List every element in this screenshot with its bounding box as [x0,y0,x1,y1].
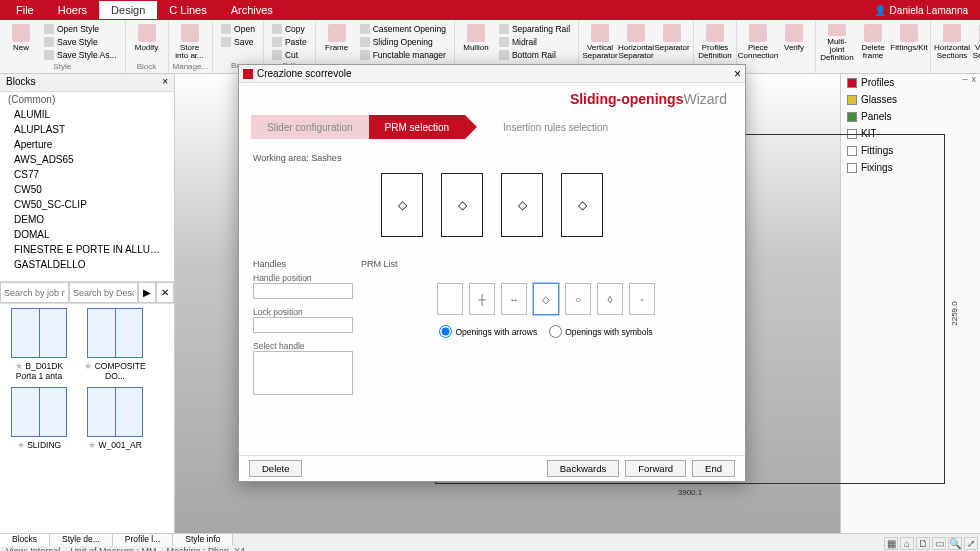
ribbon-hsep[interactable]: Horizontal Separator [619,22,653,62]
status-icon-4[interactable]: ▭ [932,537,946,550]
panel-close-icon[interactable]: x [972,74,977,86]
status-icon-6[interactable]: ⤢ [964,537,978,550]
ribbon-fittings-kit[interactable]: Fittings/Kit [892,22,926,62]
radio-symbols[interactable]: Openings with symbols [549,325,652,338]
status-icon-2[interactable]: ⌂ [900,537,914,550]
blocks-close-icon[interactable]: × [162,76,168,89]
ribbon-functable-manager[interactable]: Functable manager [356,48,450,61]
sash-1[interactable]: ◇ [381,173,423,237]
ribbon-save-style-as[interactable]: Save Style As... [40,48,121,61]
thumb-item[interactable]: ★ W_001_AR [80,387,150,450]
tab-blocks[interactable]: Blocks [0,534,50,546]
ribbon-store[interactable]: Store into ar... [173,22,207,62]
ribbon-copy[interactable]: Copy [268,22,311,35]
tab-style-info[interactable]: Style info [173,534,233,546]
thumb-item[interactable]: ★ SLIDING [4,387,74,450]
ribbon-modify[interactable]: Modify [130,22,164,62]
sash-2[interactable]: ◇ [441,173,483,237]
ribbon-bottom-rail[interactable]: Bottom Rail [495,48,574,61]
forward-button[interactable]: Forward [625,460,686,477]
handle-position-input[interactable] [253,283,353,299]
status-bar: Blocks Style de... Profile l... Style in… [0,533,980,551]
ribbon-verify[interactable]: Verify [777,22,811,62]
prm-list-label: PRM List [361,259,731,269]
ribbon-casement-opening[interactable]: Casement Opening [356,22,450,35]
menu-tab-hoers[interactable]: Hoers [46,1,99,19]
ribbon-open-box[interactable]: Open [217,22,259,35]
ribbon-piece-conn[interactable]: Piece Connection [741,22,775,62]
ribbon-save-box[interactable]: Save [217,35,259,48]
user-menu[interactable]: 👤 Daniela Lamanna [874,5,976,16]
end-button[interactable]: End [692,460,735,477]
tab-style-de[interactable]: Style de... [50,534,113,546]
prm-opt-2[interactable]: ↔ [501,283,527,315]
ribbon-vsep[interactable]: Vertical Separator [583,22,617,62]
ribbon-sep-rail[interactable]: Separating Rail [495,22,574,35]
tree-root[interactable]: (Common) [0,92,174,107]
ribbon-open-style[interactable]: Open Style [40,22,121,35]
tree-item[interactable]: ALUPLAST [0,122,174,137]
radio-arrows[interactable]: Openings with arrows [439,325,537,338]
prm-opt-3[interactable]: ◇ [533,283,559,315]
ribbon-mullion[interactable]: Mullion [459,22,493,62]
tree-item[interactable]: Aperture [0,137,174,152]
tree-item[interactable]: FINESTRE E PORTE IN ALLUMINIO-LEGNO [0,242,174,257]
blocks-search-row: ▶ ✕ [0,282,174,304]
prm-opt-4[interactable]: ○ [565,283,591,315]
rp-glasses[interactable]: Glasses [841,91,980,108]
dialog-titlebar[interactable]: Creazione scorrevole × [239,65,745,83]
tree-item[interactable]: CW50_SC-CLIP [0,197,174,212]
menu-tab-design[interactable]: Design [99,1,157,19]
ribbon-frame[interactable]: Frame [320,22,354,62]
rp-panels[interactable]: Panels [841,108,980,125]
tree-item[interactable]: CS77 [0,167,174,182]
tree-item[interactable]: GASTALDELLO [0,257,174,272]
panel-minimize-icon[interactable]: – [962,74,967,86]
tree-item[interactable]: CW50 [0,182,174,197]
ribbon-cut[interactable]: Cut [268,48,311,61]
ribbon-midrail[interactable]: Midrail [495,35,574,48]
lock-position-input[interactable] [253,317,353,333]
ribbon-hsections[interactable]: Horizontal Sections [935,22,969,62]
menu-tab-file[interactable]: File [4,1,46,19]
ribbon-paste[interactable]: Paste [268,35,311,48]
prm-opt-0[interactable] [437,283,463,315]
ribbon-sep[interactable]: Separator [655,22,689,62]
status-icon-1[interactable]: ▦ [884,537,898,550]
blocks-tree[interactable]: (Common) ALUMIL ALUPLAST Aperture AWS_AD… [0,92,174,282]
thumb-item[interactable]: ★ B_D01DKPorta 1 anta [4,308,74,381]
backwards-button[interactable]: Backwards [547,460,619,477]
step-slider-config[interactable]: Slider configuration [251,115,369,139]
tree-item[interactable]: AWS_ADS65 [0,152,174,167]
menu-tab-archives[interactable]: Archives [219,1,285,19]
ribbon-new[interactable]: New [4,22,38,62]
ribbon-multijoint[interactable]: Multi-joint Definition [820,22,854,62]
status-icon-5[interactable]: 🔍 [948,537,962,550]
menu-tab-clines[interactable]: C Lines [157,1,218,19]
search-by-job-input[interactable] [0,282,69,303]
select-handle-box[interactable] [253,351,353,395]
ribbon-delete-frame[interactable]: Delete frame [856,22,890,62]
ribbon-vsections[interactable]: Vertical Sections [971,22,980,62]
prm-opt-6[interactable]: ◦ [629,283,655,315]
tree-item[interactable]: DEMO [0,212,174,227]
sash-4[interactable]: ◇ [561,173,603,237]
ribbon-profiles-def[interactable]: Profiles Definition [698,22,732,62]
dialog-close-icon[interactable]: × [734,67,741,81]
step-insertion-rules[interactable]: Insertion rules selection [487,115,624,139]
prm-opt-5[interactable]: ◊ [597,283,623,315]
ribbon-save-style[interactable]: Save Style [40,35,121,48]
delete-button[interactable]: Delete [249,460,302,477]
tab-profile-l[interactable]: Profile l... [113,534,173,546]
tree-item[interactable]: DOMAL [0,227,174,242]
search-clear-icon[interactable]: ✕ [156,282,174,303]
status-icon-3[interactable]: 🗋 [916,537,930,550]
search-go-icon[interactable]: ▶ [138,282,156,303]
thumb-item[interactable]: ★ COMPOSITE DO... [80,308,150,381]
search-by-desc-input[interactable] [69,282,138,303]
ribbon-sliding-opening[interactable]: Sliding Opening [356,35,450,48]
prm-opt-1[interactable]: ┼ [469,283,495,315]
step-prm-selection[interactable]: PRM selection [369,115,465,139]
tree-item[interactable]: ALUMIL [0,107,174,122]
sash-3[interactable]: ◇ [501,173,543,237]
